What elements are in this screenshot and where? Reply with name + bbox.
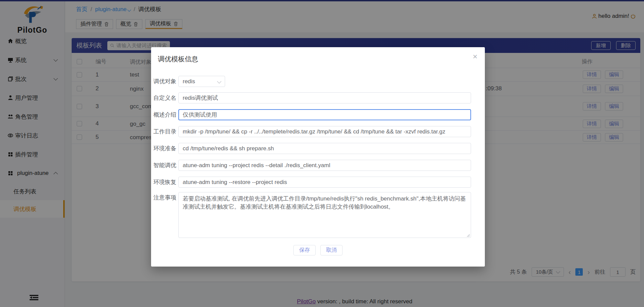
- env-prepare-input[interactable]: [178, 143, 471, 154]
- form-row-restore: 环境恢复: [151, 177, 485, 188]
- form-row-target: 调优对象 redis: [151, 76, 485, 87]
- tuning-template-dialog: 调优模板信息 × 调优对象 redis 自定义名 概述介绍 工作目录 环境准备 …: [151, 47, 485, 267]
- close-icon[interactable]: ×: [473, 53, 477, 61]
- chevron-down-icon: [217, 79, 221, 84]
- smart-tuning-input[interactable]: [178, 160, 471, 171]
- cancel-button[interactable]: 取消: [320, 245, 343, 255]
- custom-name-input[interactable]: [178, 92, 471, 103]
- tuning-target-select[interactable]: redis: [178, 76, 225, 87]
- description-input[interactable]: [178, 109, 471, 120]
- form-row-custom-name: 自定义名: [151, 92, 485, 103]
- form-row-workdir: 工作目录: [151, 126, 485, 137]
- form-row-notes: 注意事项 若要启动基准测试, 在调优前先进入调优工作目录/tmp/tune/re…: [151, 192, 485, 238]
- form-row-description: 概述介绍: [151, 109, 485, 120]
- form-row-prepare: 环境准备: [151, 143, 485, 154]
- save-button[interactable]: 保存: [293, 245, 316, 255]
- dialog-title: 调优模板信息: [158, 55, 198, 64]
- resize-grip-icon[interactable]: [467, 234, 470, 237]
- workdir-input[interactable]: [178, 126, 471, 137]
- form-row-tuning: 智能调优: [151, 160, 485, 171]
- notes-textarea[interactable]: 若要启动基准测试, 在调优前先进入调优工作目录/tmp/tune/redis执行…: [178, 192, 471, 238]
- env-restore-input[interactable]: [178, 177, 471, 188]
